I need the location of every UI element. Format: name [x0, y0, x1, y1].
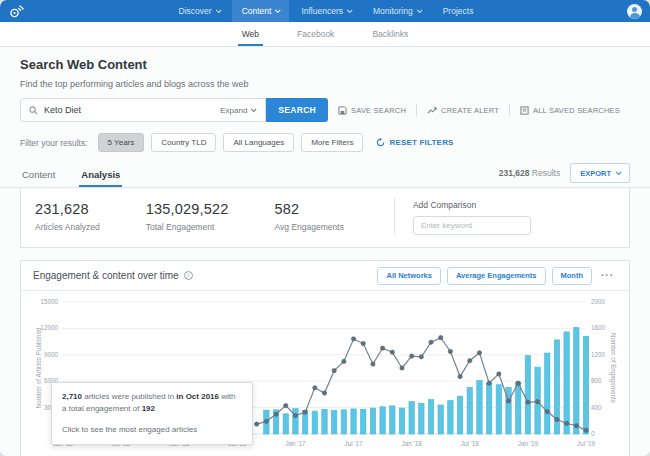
- tooltip-line2: Click to see the most engaged articles: [62, 424, 242, 436]
- svg-text:Jan '19: Jan '19: [518, 440, 539, 447]
- average-engagements-button[interactable]: Average Engagements: [447, 267, 546, 285]
- stat-value: 231,628: [35, 201, 100, 217]
- svg-text:Number of Articles Published: Number of Articles Published: [35, 327, 42, 408]
- export-button[interactable]: EXPORT: [570, 163, 630, 183]
- svg-text:Jul '18: Jul '18: [461, 440, 480, 447]
- save-search-button[interactable]: SAVE SEARCH: [328, 106, 416, 115]
- tab-backlinks[interactable]: Backlinks: [368, 29, 412, 46]
- save-icon: [338, 106, 347, 115]
- create-alert-button[interactable]: CREATE ALERT: [417, 106, 509, 115]
- stats-card: 231,628 Articles Analyzed 135,029,522 To…: [20, 188, 630, 248]
- add-comparison: Add Comparison: [394, 198, 531, 235]
- search-icon: [29, 106, 38, 115]
- chart-title: Engagement & content over time i: [33, 270, 193, 281]
- svg-text:Jul '19: Jul '19: [577, 440, 596, 447]
- stat-total-engagement: 135,029,522 Total Engagement: [146, 201, 229, 232]
- main-content: Search Web Content Find the top performi…: [0, 47, 650, 456]
- chart-title-text: Engagement & content over time: [33, 270, 179, 281]
- refresh-icon: [376, 138, 385, 147]
- nav-item-discover[interactable]: Discover: [169, 0, 230, 22]
- tooltip-line1: 2,710 articles were published in in Oct …: [62, 391, 242, 416]
- sub-nav: Web Facebook Backlinks: [0, 22, 650, 47]
- svg-text:0: 0: [591, 430, 595, 437]
- nav-item-monitoring[interactable]: Monitoring: [363, 0, 431, 22]
- stat-label: Total Engagement: [146, 222, 229, 232]
- avatar-person-icon: [630, 13, 640, 19]
- search-actions: SAVE SEARCH CREATE ALERT ALL SAVED SEARC…: [328, 104, 630, 116]
- svg-text:9000: 9000: [44, 351, 59, 358]
- nav-label: Influencers: [301, 6, 343, 16]
- results-count-number: 231,628: [499, 168, 530, 178]
- all-networks-button[interactable]: All Networks: [377, 267, 440, 285]
- stat-avg-engagements: 582 Avg Engagements: [275, 201, 344, 232]
- page-title: Search Web Content: [20, 57, 630, 72]
- chevron-down-icon: [347, 7, 353, 13]
- svg-text:400: 400: [591, 404, 602, 411]
- nav-label: Discover: [179, 6, 212, 16]
- save-search-label: SAVE SEARCH: [351, 106, 406, 115]
- chart-card: Engagement & content over time i All Net…: [20, 260, 630, 456]
- nav-label: Projects: [443, 6, 474, 16]
- filter-chip-languages[interactable]: All Languages: [223, 133, 294, 152]
- nav-item-content[interactable]: Content: [232, 0, 290, 22]
- month-interval-button[interactable]: Month: [552, 267, 593, 285]
- expand-label: Expand: [220, 106, 247, 115]
- top-nav: Discover Content Influencers Monitoring …: [0, 0, 650, 22]
- more-options-icon[interactable]: ···: [598, 270, 617, 281]
- add-comparison-label: Add Comparison: [413, 200, 531, 210]
- all-saved-searches-label: ALL SAVED SEARCHES: [533, 106, 620, 115]
- filter-chip-country-tld[interactable]: Country TLD: [151, 133, 216, 152]
- all-saved-searches-button[interactable]: ALL SAVED SEARCHES: [510, 106, 630, 115]
- stat-value: 582: [275, 201, 344, 217]
- stat-articles-analyzed: 231,628 Articles Analyzed: [35, 201, 100, 232]
- filter-chip-more-filters[interactable]: More Filters: [301, 133, 363, 152]
- filter-chip-timeframe[interactable]: 5 Years: [98, 133, 145, 152]
- info-icon[interactable]: i: [184, 271, 193, 280]
- stat-value: 135,029,522: [146, 201, 229, 217]
- buzzsumo-logo-icon[interactable]: [8, 3, 25, 20]
- chevron-down-icon: [417, 7, 423, 13]
- export-label: EXPORT: [580, 169, 611, 178]
- tab-web[interactable]: Web: [238, 29, 263, 46]
- chevron-down-icon: [616, 169, 622, 175]
- tab-facebook[interactable]: Facebook: [293, 29, 338, 46]
- user-avatar[interactable]: [627, 4, 642, 19]
- svg-text:Jul '17: Jul '17: [345, 440, 364, 447]
- tab-analysis[interactable]: Analysis: [79, 169, 122, 187]
- chevron-down-icon: [216, 7, 222, 13]
- chart-body: 0300060009000120001500004008001200160020…: [21, 291, 629, 456]
- search-input[interactable]: [44, 105, 220, 115]
- trend-alert-icon: [427, 106, 437, 115]
- comparison-keyword-input[interactable]: [413, 216, 531, 235]
- search-button[interactable]: SEARCH: [266, 98, 328, 122]
- svg-text:15000: 15000: [40, 298, 58, 305]
- filter-label: Filter your results:: [20, 138, 88, 148]
- results-tabs-row: Content Analysis 231,628 Results EXPORT: [0, 164, 650, 188]
- nav-label: Monitoring: [373, 6, 413, 16]
- nav-item-influencers[interactable]: Influencers: [291, 0, 361, 22]
- nav-item-projects[interactable]: Projects: [433, 0, 484, 22]
- list-icon: [520, 106, 529, 115]
- stat-label: Avg Engagements: [275, 222, 344, 232]
- nav-label: Content: [242, 6, 272, 16]
- reset-filters-label: RESET FILTERS: [389, 138, 453, 147]
- search-box: Expand: [20, 98, 266, 122]
- results-meta: 231,628 Results EXPORT: [499, 163, 630, 187]
- svg-text:2000: 2000: [591, 298, 606, 305]
- svg-text:Number of Engagements: Number of Engagements: [609, 333, 617, 403]
- results-count: 231,628 Results: [499, 168, 560, 178]
- app-window: Discover Content Influencers Monitoring …: [0, 0, 650, 456]
- svg-text:12000: 12000: [40, 324, 58, 331]
- reset-filters-button[interactable]: RESET FILTERS: [376, 138, 453, 147]
- avatar-person-icon: [632, 7, 637, 12]
- page-subtitle: Find the top performing articles and blo…: [20, 79, 630, 89]
- svg-text:800: 800: [591, 377, 602, 384]
- svg-text:1600: 1600: [591, 324, 606, 331]
- create-alert-label: CREATE ALERT: [441, 106, 499, 115]
- tab-content-results[interactable]: Content: [20, 169, 57, 187]
- expand-dropdown[interactable]: Expand: [220, 106, 257, 115]
- chevron-down-icon: [275, 7, 281, 13]
- chevron-down-icon: [251, 106, 257, 112]
- search-row: Expand SEARCH SAVE SEARCH CREATE ALERT: [20, 98, 630, 122]
- chart-header: Engagement & content over time i All Net…: [21, 261, 629, 291]
